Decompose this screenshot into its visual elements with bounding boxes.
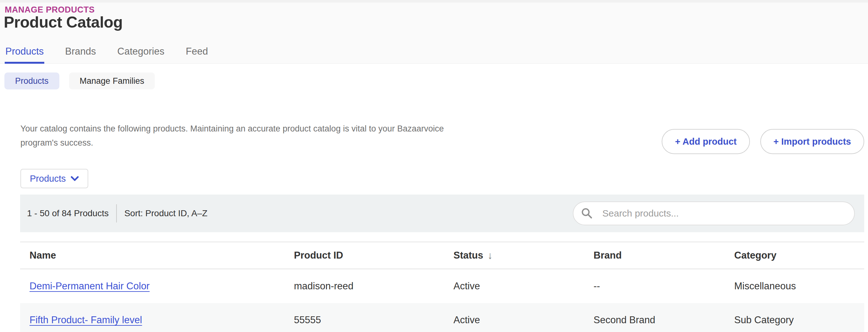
product-link[interactable]: Demi-Permanent Hair Color	[30, 280, 150, 292]
tab-products[interactable]: Products	[5, 46, 44, 64]
tab-bar: Products Brands Categories Feed	[5, 46, 209, 64]
table-row: Fifth Product- Family level 55555 Active…	[20, 303, 864, 332]
table-row: Demi-Permanent Hair Color madison-reed A…	[20, 269, 864, 303]
column-header-brand[interactable]: Brand	[584, 250, 725, 261]
cell-product-id: madison-reed	[284, 280, 444, 292]
import-products-button[interactable]: + Import products	[760, 129, 864, 154]
cell-product-id: 55555	[284, 314, 444, 326]
intro-text: Your catalog contains the following prod…	[21, 122, 444, 150]
table-header-row: Name Product ID Status ↓ Brand Category	[20, 242, 864, 269]
subnav-pills: Products Manage Families	[4, 72, 155, 90]
catalog-toolbar: 1 - 50 of 84 Products Sort: Product ID, …	[20, 195, 864, 232]
chevron-down-icon	[71, 176, 79, 181]
subnav-pill-products[interactable]: Products	[4, 72, 59, 90]
cell-status: Active	[444, 314, 584, 326]
sort-status: Sort: Product ID, A–Z	[124, 208, 208, 219]
tab-feed[interactable]: Feed	[185, 46, 209, 64]
toolbar-divider	[116, 204, 117, 223]
page-title: Product Catalog	[4, 13, 123, 31]
intro-line-2: program's success.	[21, 136, 444, 150]
search-input[interactable]	[573, 201, 855, 225]
scope-dropdown-label: Products	[30, 173, 66, 184]
add-product-button[interactable]: + Add product	[662, 129, 750, 154]
cell-status: Active	[444, 280, 584, 292]
cell-brand: --	[584, 280, 725, 292]
scope-dropdown[interactable]: Products	[21, 169, 88, 188]
tab-categories[interactable]: Categories	[117, 46, 165, 64]
cell-category: Miscellaneous	[725, 280, 864, 292]
cell-brand: Second Brand	[584, 314, 725, 326]
tab-brands[interactable]: Brands	[64, 46, 96, 64]
column-header-status[interactable]: Status ↓	[444, 250, 584, 261]
search-box	[573, 201, 855, 225]
page-header: MANAGE PRODUCTS Product Catalog Products…	[0, 0, 868, 64]
column-header-product-id[interactable]: Product ID	[284, 250, 444, 261]
arrow-down-icon: ↓	[488, 251, 493, 261]
window-top-edge	[0, 0, 868, 2]
column-header-category[interactable]: Category	[725, 250, 864, 261]
column-header-name[interactable]: Name	[20, 250, 284, 261]
subnav-pill-manage-families[interactable]: Manage Families	[69, 72, 155, 90]
products-table: Name Product ID Status ↓ Brand Category …	[20, 242, 864, 332]
action-buttons: + Add product + Import products	[662, 129, 864, 154]
intro-line-1: Your catalog contains the following prod…	[21, 122, 444, 136]
cell-category: Sub Category	[725, 314, 864, 326]
product-link[interactable]: Fifth Product- Family level	[30, 314, 142, 325]
cell-name: Fifth Product- Family level	[20, 314, 284, 326]
cell-name: Demi-Permanent Hair Color	[20, 280, 284, 292]
result-count: 1 - 50 of 84 Products	[27, 208, 108, 219]
